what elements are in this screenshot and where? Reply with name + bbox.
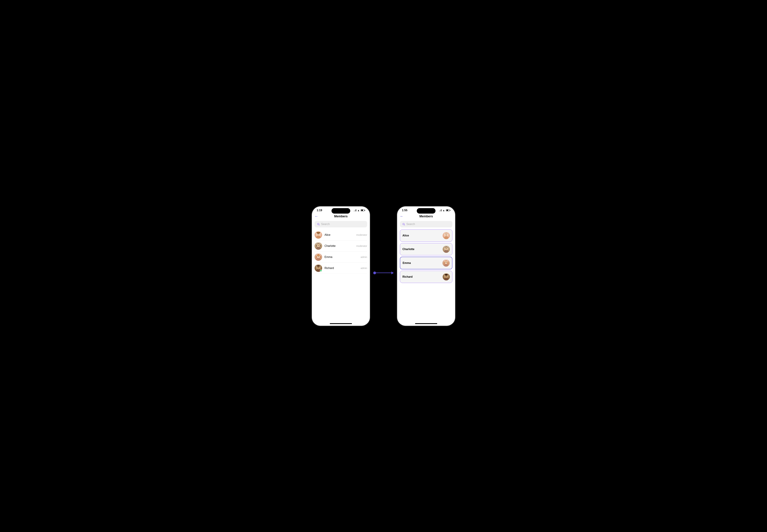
svg-point-35 — [446, 262, 447, 262]
search-bar-left[interactable]: Search — [314, 221, 367, 227]
member-name-emma-right: Emma — [403, 261, 411, 265]
svg-point-25 — [444, 236, 448, 239]
nav-header-left: ← Members — [312, 213, 370, 220]
svg-point-30 — [446, 248, 446, 249]
list-item[interactable]: Charlotte moderator — [314, 241, 367, 252]
card-avatar-charlotte-svg — [443, 246, 450, 253]
svg-point-11 — [318, 245, 318, 245]
status-icons-right: ▲ — [439, 209, 450, 212]
card-avatar-alice-svg — [443, 232, 450, 239]
online-indicator-richard — [320, 270, 322, 272]
card-avatar-richard-svg — [443, 273, 450, 280]
list-item[interactable]: Richard admin — [314, 263, 367, 274]
left-phone: 1:19 ▲ ← Members Search — [312, 206, 370, 326]
avatar-charlotte-left — [314, 242, 322, 250]
svg-line-23 — [404, 225, 405, 225]
page-title-left: Members — [334, 215, 347, 218]
svg-point-38 — [446, 276, 446, 276]
svg-point-16 — [318, 256, 319, 256]
member-name-richard-right: Richard — [403, 275, 413, 278]
svg-point-5 — [318, 234, 318, 234]
wifi-icon-left: ▲ — [357, 209, 359, 212]
right-phone: 1:55 ▲ ← Members Search — [397, 206, 455, 326]
avatar-wrapper-richard — [314, 264, 322, 272]
list-item[interactable]: Emma — [400, 257, 453, 269]
svg-point-20 — [318, 267, 319, 268]
member-name-alice-right: Alice — [403, 234, 409, 237]
battery-icon-left — [360, 209, 365, 211]
search-icon-right — [402, 223, 405, 226]
home-indicator-right — [415, 323, 437, 324]
dynamic-island-left — [331, 208, 350, 214]
wifi-icon-right: ▲ — [443, 209, 445, 212]
member-role-emma-left: admin — [360, 256, 367, 258]
member-list-right: Alice Charlotte — [397, 229, 455, 284]
search-bar-right[interactable]: Search — [400, 221, 453, 227]
phones-comparison: 1:19 ▲ ← Members Search — [312, 206, 455, 326]
arrow-line — [376, 273, 392, 273]
svg-point-13 — [316, 258, 320, 261]
member-role-alice-left: moderator — [356, 234, 367, 236]
list-item[interactable]: Richard — [400, 271, 453, 283]
svg-point-21 — [317, 265, 320, 267]
avatar-emma-left — [314, 253, 322, 261]
status-bar-left: 1:19 ▲ — [312, 206, 370, 213]
time-left: 1:19 — [317, 209, 322, 212]
list-item[interactable]: Alice moderator — [314, 229, 367, 241]
member-role-richard-left: admin — [360, 267, 367, 269]
member-name-richard-left: Richard — [324, 267, 358, 270]
svg-point-41 — [445, 274, 448, 275]
svg-point-27 — [447, 234, 447, 235]
search-placeholder-right: Search — [407, 223, 415, 226]
list-item[interactable]: Charlotte — [400, 243, 453, 255]
card-avatar-emma-svg — [443, 259, 450, 267]
avatar-alice-left — [314, 231, 322, 239]
member-list-left: Alice moderator — [312, 229, 370, 274]
transition-arrow — [373, 272, 394, 274]
member-name-alice-left: Alice — [324, 233, 354, 236]
svg-line-1 — [319, 225, 319, 225]
svg-point-3 — [316, 236, 320, 239]
search-icon-left — [317, 223, 320, 226]
svg-point-15 — [318, 256, 318, 256]
avatar-alice-right — [443, 232, 450, 239]
avatar-wrapper-emma — [314, 253, 322, 261]
time-right: 1:55 — [402, 209, 408, 212]
member-role-charlotte-left: moderator — [356, 245, 367, 247]
svg-point-39 — [447, 276, 447, 276]
avatar-alice-svg — [314, 231, 322, 239]
avatar-charlotte-right — [443, 246, 450, 253]
svg-point-12 — [318, 245, 319, 245]
avatar-emma-svg — [314, 253, 322, 261]
status-bar-right: 1:55 ▲ — [397, 206, 455, 213]
avatar-wrapper-alice — [314, 231, 322, 239]
avatar-emma-right — [443, 259, 450, 267]
avatar-richard-right — [443, 273, 450, 280]
member-name-charlotte-left: Charlotte — [324, 244, 354, 248]
page-title-right: Members — [419, 215, 433, 218]
back-button-left[interactable]: ← — [314, 214, 318, 219]
home-indicator-left — [330, 323, 352, 324]
member-name-emma-left: Emma — [324, 256, 358, 259]
back-button-right[interactable]: ← — [400, 214, 404, 219]
list-item[interactable]: Emma admin — [314, 252, 367, 263]
svg-point-9 — [316, 247, 320, 250]
dynamic-island-right — [417, 208, 436, 214]
arrow-head — [392, 272, 394, 274]
avatar-charlotte-svg — [314, 242, 322, 250]
list-item[interactable]: Alice — [400, 229, 453, 242]
member-name-charlotte-right: Charlotte — [403, 248, 415, 251]
svg-point-31 — [447, 248, 447, 249]
svg-point-34 — [446, 262, 446, 262]
arrow-dot — [373, 272, 376, 274]
nav-header-right: ← Members — [397, 213, 455, 220]
svg-point-19 — [318, 267, 318, 268]
svg-point-6 — [319, 234, 319, 234]
svg-point-8 — [316, 232, 320, 233]
signal-icon-right — [439, 209, 442, 211]
svg-point-26 — [446, 234, 446, 235]
search-placeholder-left: Search — [321, 223, 330, 226]
avatar-wrapper-charlotte — [314, 242, 322, 250]
battery-icon-right — [446, 209, 450, 211]
status-icons-left: ▲ — [354, 209, 365, 212]
